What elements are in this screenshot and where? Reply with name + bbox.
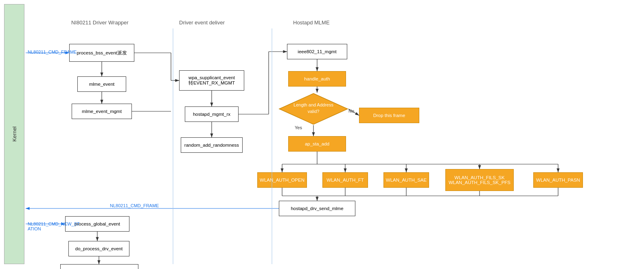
- box-nl80211-new-station-event: nl80211_new_station_event: [60, 264, 138, 269]
- diagram: Kernel NI80211 Driver Wrapper Driver eve…: [0, 0, 644, 269]
- box-handle-auth: handle_auth: [288, 71, 346, 87]
- box-hostapd-mgmt-rx: hostapd_mgmt_rx: [185, 106, 239, 122]
- box-process-bss-event: process_bss_event派发: [69, 44, 134, 62]
- kernel-bar: Kernel: [4, 4, 24, 264]
- label-nl80211-cmd-frame-top: NL80211_CMD_FRAME: [28, 50, 77, 54]
- box-random-add-randomness: random_add_randomness: [181, 137, 243, 153]
- box-hostapd-drv-send-mlme: hostapd_drv_send_mlme: [279, 201, 355, 216]
- svg-text:Length and Address: Length and Address: [294, 102, 333, 107]
- box-ap-sta-add: ap_sta_add: [288, 136, 346, 152]
- box-wlan-auth-pasn: WLAN_AUTH_PASN: [533, 172, 583, 188]
- section-nl80211: NI80211 Driver Wrapper: [71, 20, 129, 26]
- box-wlan-auth-fils: WLAN_AUTH_FILS_SK WLAN_AUTH_FILS_SK_PFS: [445, 169, 514, 191]
- box-mlme-event-mgmt: mlme_event_mgmt: [72, 104, 132, 119]
- kernel-label: Kernel: [11, 126, 18, 142]
- box-do-process-drv-event: do_process_drv_event: [68, 241, 129, 256]
- label-nl80211-cmd-new-station: NL80211_CMD_NEW_ST ATION: [28, 221, 80, 231]
- label-nl80211-cmd-frame-bottom: NL80211_CMD_FRAME: [110, 203, 159, 208]
- label-no: No: [348, 108, 354, 113]
- section-hostapd: Hostapd MLME: [293, 20, 330, 26]
- label-yes: Yes: [295, 125, 302, 130]
- box-wlan-auth-ft: WLAN_AUTH_FT: [322, 172, 368, 188]
- box-drop-frame: Drop this frame: [359, 108, 419, 123]
- box-ieee802: ieee802_11_mgmt: [287, 44, 347, 59]
- box-wpa-supplicant-event: wpa_supplicant_event 转EVENT_RX_MGMT: [179, 70, 244, 91]
- box-wlan-auth-sae: WLAN_AUTH_SAE: [383, 172, 429, 188]
- box-mlme-event: mlme_event: [77, 76, 126, 92]
- box-wlan-auth-open: WLAN_AUTH_OPEN: [257, 172, 307, 188]
- diamond-valid: Length and Address valid?: [278, 93, 348, 125]
- section-driver-event: Driver event deliver: [179, 20, 225, 26]
- svg-text:valid?: valid?: [308, 109, 320, 114]
